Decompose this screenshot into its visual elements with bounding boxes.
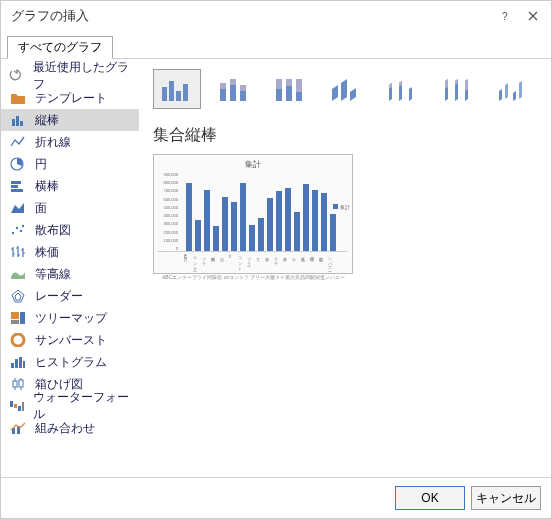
- chart-category-sidebar: 最近使用したグラフ テンプレート 縦棒 折れ線 円 横棒: [1, 59, 139, 477]
- tab-all-charts[interactable]: すべてのグラフ: [7, 36, 113, 59]
- subtype-100stacked-column[interactable]: [265, 69, 313, 109]
- sidebar-item-area[interactable]: 面: [1, 197, 139, 219]
- dialog-body: 最近使用したグラフ テンプレート 縦棒 折れ線 円 横棒: [1, 59, 551, 477]
- svg-rect-40: [276, 79, 282, 89]
- radar-chart-icon: [9, 288, 27, 304]
- sidebar-item-label: 株価: [35, 244, 59, 261]
- close-button[interactable]: [519, 4, 547, 28]
- bar: [249, 225, 255, 251]
- bar: [195, 220, 201, 251]
- sidebar-item-label: 組み合わせ: [35, 420, 95, 437]
- svg-rect-6: [11, 185, 18, 188]
- sidebar-item-sunburst[interactable]: サンバースト: [1, 329, 139, 351]
- tabstrip: すべてのグラフ: [1, 31, 551, 59]
- cancel-button[interactable]: キャンセル: [471, 486, 541, 510]
- subtype-3d-stacked[interactable]: [377, 69, 425, 109]
- sidebar-item-label: 散布図: [35, 222, 71, 239]
- sidebar-item-histogram[interactable]: ヒストグラム: [1, 351, 139, 373]
- svg-rect-17: [11, 363, 14, 368]
- sidebar-item-surface[interactable]: 等高線: [1, 263, 139, 285]
- svg-point-11: [22, 225, 24, 227]
- dialog-buttons: OK キャンセル: [1, 477, 551, 518]
- legend-swatch: [333, 204, 338, 209]
- sidebar-item-recent[interactable]: 最近使用したグラフ: [1, 65, 139, 87]
- help-button[interactable]: ?: [491, 4, 519, 28]
- svg-rect-22: [19, 380, 23, 387]
- svg-rect-1: [12, 119, 15, 126]
- svg-rect-14: [11, 320, 19, 324]
- waterfall-chart-icon: [9, 398, 25, 414]
- sidebar-item-label: サンバースト: [35, 332, 107, 349]
- preview-xaxis: ABCエンタープラ阿蘇自ozコントラプリー大藤タチ葉次良品四駆製造ンパニー: [182, 252, 348, 272]
- svg-rect-35: [230, 85, 236, 101]
- stock-chart-icon: [9, 244, 27, 260]
- bar: [204, 190, 210, 251]
- sidebar-item-label: レーダー: [35, 288, 83, 305]
- ok-button[interactable]: OK: [395, 486, 465, 510]
- subtype-clustered-column[interactable]: [153, 69, 201, 109]
- sidebar-item-label: 面: [35, 200, 47, 217]
- sidebar-item-label: 最近使用したグラフ: [33, 59, 131, 93]
- sidebar-item-treemap[interactable]: ツリーマップ: [1, 307, 139, 329]
- bar: [231, 202, 237, 251]
- svg-point-10: [20, 230, 22, 232]
- subtype-3d-clustered[interactable]: [321, 69, 369, 109]
- main-panel: 集合縦棒 集計 900,000800,000700,000600,000500,…: [139, 59, 551, 477]
- svg-rect-12: [11, 312, 19, 319]
- svg-rect-3: [20, 121, 23, 126]
- svg-rect-26: [22, 402, 24, 411]
- area-chart-icon: [9, 200, 27, 216]
- svg-rect-29: [162, 87, 167, 101]
- bar: [312, 190, 318, 251]
- svg-rect-2: [16, 116, 19, 126]
- sidebar-item-label: 円: [35, 156, 47, 173]
- insert-chart-dialog: グラフの挿入 ? すべてのグラフ 最近使用したグラフ テンプレート 縦棒: [0, 0, 552, 519]
- svg-point-16: [16, 338, 21, 343]
- chart-preview[interactable]: 集計 900,000800,000700,000600,000500,00040…: [153, 154, 353, 274]
- svg-rect-32: [183, 84, 188, 101]
- svg-point-8: [12, 232, 14, 234]
- pie-chart-icon: [9, 156, 27, 172]
- sidebar-item-label: ヒストグラム: [35, 354, 107, 371]
- bar: [303, 184, 309, 251]
- bar: [240, 183, 246, 251]
- titlebar: グラフの挿入 ?: [1, 1, 551, 31]
- svg-rect-38: [240, 85, 246, 91]
- sidebar-item-waterfall[interactable]: ウォーターフォール: [1, 395, 139, 417]
- bar: [186, 183, 192, 251]
- svg-rect-5: [11, 181, 21, 184]
- sidebar-item-radar[interactable]: レーダー: [1, 285, 139, 307]
- sidebar-item-column[interactable]: 縦棒: [1, 109, 139, 131]
- svg-rect-31: [176, 91, 181, 101]
- bar: [294, 212, 300, 252]
- subtype-3d-column[interactable]: [489, 69, 537, 109]
- subtype-stacked-column[interactable]: [209, 69, 257, 109]
- scatter-chart-icon: [9, 222, 27, 238]
- preview-bars: [186, 172, 344, 251]
- bar: [222, 197, 228, 251]
- preview-legend: 集計: [333, 204, 350, 210]
- sidebar-item-line[interactable]: 折れ線: [1, 131, 139, 153]
- svg-rect-18: [15, 359, 18, 368]
- dialog-title: グラフの挿入: [11, 7, 491, 25]
- sidebar-item-label: 折れ線: [35, 134, 71, 151]
- sidebar-item-pie[interactable]: 円: [1, 153, 139, 175]
- bar: [276, 191, 282, 251]
- chart-subtype-row: [153, 69, 537, 109]
- surface-chart-icon: [9, 266, 27, 282]
- sidebar-item-bar[interactable]: 横棒: [1, 175, 139, 197]
- svg-rect-34: [220, 83, 226, 89]
- treemap-chart-icon: [9, 310, 27, 326]
- line-chart-icon: [9, 134, 27, 150]
- bar: [213, 226, 219, 251]
- combo-chart-icon: [9, 420, 27, 436]
- subtype-3d-100stacked[interactable]: [433, 69, 481, 109]
- svg-rect-23: [10, 401, 13, 407]
- sidebar-item-label: ツリーマップ: [35, 310, 107, 327]
- svg-rect-24: [14, 404, 17, 408]
- svg-rect-37: [240, 91, 246, 101]
- recent-icon: [9, 68, 25, 84]
- sidebar-item-stock[interactable]: 株価: [1, 241, 139, 263]
- sidebar-item-label: 横棒: [35, 178, 59, 195]
- sidebar-item-scatter[interactable]: 散布図: [1, 219, 139, 241]
